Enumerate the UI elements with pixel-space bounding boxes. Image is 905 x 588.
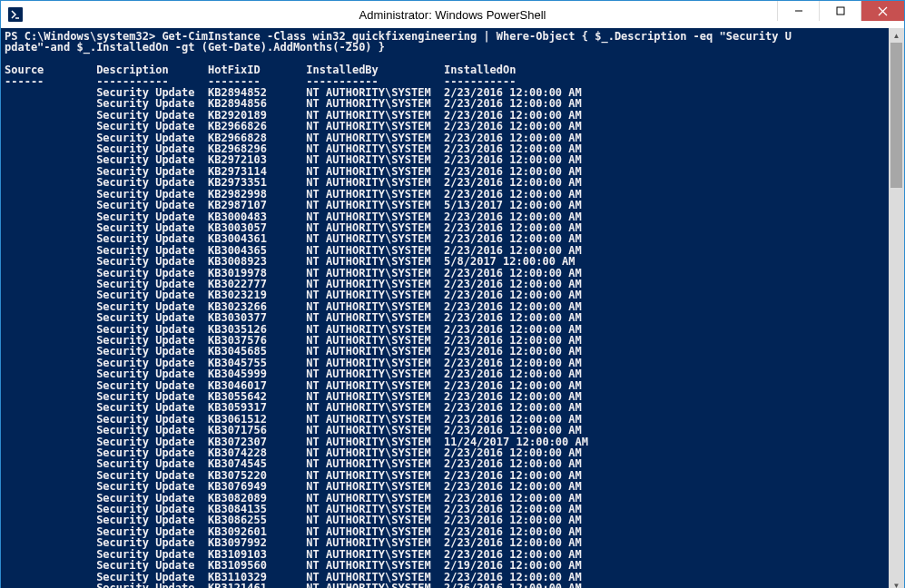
scroll-up-button[interactable]: ▲ xyxy=(889,28,904,44)
svg-rect-1 xyxy=(837,7,844,15)
close-button[interactable] xyxy=(861,1,904,21)
window-controls xyxy=(777,1,904,21)
console-output[interactable]: PS C:\Windows\system32> Get-CimInstance … xyxy=(1,28,889,588)
minimize-button[interactable] xyxy=(777,1,819,21)
minimize-icon xyxy=(794,6,803,15)
powershell-window: Administrator: Windows PowerShell PS C:\… xyxy=(0,0,905,588)
powershell-icon xyxy=(8,7,23,22)
scroll-down-button[interactable]: ▼ xyxy=(889,578,904,588)
close-icon xyxy=(878,6,888,16)
scrollbar-thumb[interactable] xyxy=(890,43,902,188)
maximize-icon xyxy=(836,6,845,15)
window-title: Administrator: Windows PowerShell xyxy=(1,8,904,22)
vertical-scrollbar[interactable]: ▲ ▼ xyxy=(889,28,904,588)
titlebar[interactable]: Administrator: Windows PowerShell xyxy=(1,1,904,28)
console-area: PS C:\Windows\system32> Get-CimInstance … xyxy=(1,28,904,588)
maximize-button[interactable] xyxy=(819,1,861,21)
